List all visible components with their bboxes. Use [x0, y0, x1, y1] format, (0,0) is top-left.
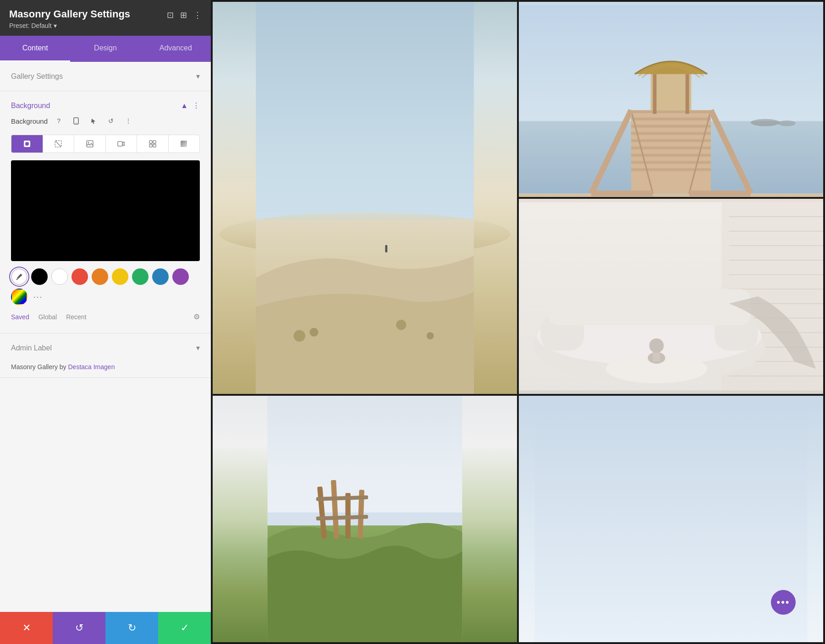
cancel-button[interactable]: ✕ — [0, 612, 53, 644]
svg-rect-22 — [385, 245, 387, 252]
three-dots-icon: ••• — [776, 596, 790, 608]
svg-rect-9 — [149, 141, 152, 143]
color-swatches: ⋯ — [11, 268, 200, 305]
swatch-blue[interactable] — [152, 268, 169, 285]
three-dots-button[interactable]: ••• — [771, 590, 796, 615]
admin-label-section: Admin Label ▾ Masonry Gallery by Destaca… — [0, 333, 211, 378]
svg-point-1 — [76, 123, 77, 124]
canvas: ••• — [211, 0, 825, 644]
svg-rect-31 — [631, 132, 711, 135]
swatch-green[interactable] — [132, 268, 148, 285]
cursor-icon[interactable] — [87, 115, 100, 127]
header-icons: ⊡ ⊞ ⋮ — [167, 10, 202, 20]
background-label: Background — [11, 102, 50, 110]
swatch-rainbow[interactable] — [11, 289, 28, 305]
admin-label-credit: Masonry Gallery by Destaca Imagen — [0, 362, 211, 377]
swatch-purple[interactable] — [172, 268, 189, 285]
admin-label-chevron: ▾ — [196, 344, 200, 352]
admin-label-header[interactable]: Admin Label ▾ — [0, 333, 211, 362]
header-text: Masonry Gallery Settings Preset: Default… — [9, 8, 130, 29]
svg-rect-37 — [651, 71, 692, 110]
bg-type-none[interactable] — [43, 135, 75, 153]
svg-point-14 — [21, 274, 22, 276]
bg-type-color[interactable] — [11, 135, 43, 153]
bg-type-pattern[interactable] — [137, 135, 169, 153]
swatch-yellow[interactable] — [112, 268, 128, 285]
svg-rect-10 — [153, 141, 156, 143]
gallery-settings-header[interactable]: Gallery Settings ▾ — [0, 62, 211, 91]
svg-point-62 — [649, 338, 664, 353]
background-more-icon[interactable]: ⋮ — [192, 101, 200, 110]
svg-line-5 — [55, 141, 61, 147]
tab-content[interactable]: Content — [0, 36, 70, 62]
svg-rect-72 — [535, 396, 808, 642]
gallery-image-desert — [213, 2, 517, 394]
admin-label-title: Admin Label — [11, 344, 52, 352]
svg-rect-28 — [631, 110, 711, 113]
svg-rect-38 — [653, 74, 656, 114]
svg-point-21 — [427, 332, 434, 339]
panel-preset[interactable]: Preset: Default ▾ — [9, 22, 130, 29]
swatch-white[interactable] — [51, 268, 68, 285]
svg-point-20 — [396, 320, 406, 330]
svg-rect-32 — [631, 139, 711, 142]
reset-icon[interactable]: ↺ — [104, 115, 117, 127]
swatch-black[interactable] — [31, 268, 48, 285]
panel-tabs: Content Design Advanced — [0, 36, 211, 62]
swatch-more-icon[interactable]: ⋯ — [31, 289, 44, 304]
background-section: Background ▲ ⋮ Background ? ↺ — [0, 91, 211, 333]
bg-type-gradient[interactable] — [169, 135, 200, 153]
panel-header: Masonry Gallery Settings Preset: Default… — [0, 0, 211, 36]
more-icon[interactable]: ⋮ — [122, 115, 135, 127]
background-chevron: ▲ — [181, 102, 188, 110]
bottom-toolbar: ✕ ↺ ↻ ✓ — [0, 612, 211, 644]
color-tab-recent[interactable]: Recent — [66, 313, 86, 321]
svg-point-25 — [751, 119, 780, 126]
background-controls: Background ? ↺ ⋮ — [0, 115, 211, 333]
more-vertical-icon[interactable]: ⋮ — [193, 10, 202, 20]
background-header-actions: ▲ ⋮ — [181, 101, 200, 110]
svg-point-18 — [294, 330, 305, 342]
expand-icon[interactable]: ⊡ — [167, 10, 174, 20]
svg-rect-6 — [87, 141, 93, 147]
tab-advanced[interactable]: Advanced — [141, 36, 211, 62]
tab-design[interactable]: Design — [70, 36, 140, 62]
svg-rect-11 — [149, 144, 152, 147]
color-preview[interactable] — [11, 160, 200, 261]
undo-button[interactable]: ↺ — [53, 612, 105, 644]
svg-point-7 — [88, 142, 89, 143]
redo-button[interactable]: ↻ — [105, 612, 158, 644]
svg-rect-30 — [631, 125, 711, 127]
swatch-red[interactable] — [72, 268, 88, 285]
gallery-image-fence — [213, 396, 517, 642]
background-header[interactable]: Background ▲ ⋮ — [0, 91, 211, 115]
bg-type-video[interactable] — [106, 135, 138, 153]
eyedropper-swatch[interactable] — [11, 268, 28, 285]
columns-icon[interactable]: ⊞ — [180, 10, 187, 20]
svg-point-3 — [25, 142, 29, 146]
save-button[interactable]: ✓ — [158, 612, 211, 644]
svg-rect-27 — [631, 110, 711, 194]
panel-content: Gallery Settings ▾ Background ▲ ⋮ Backgr… — [0, 62, 211, 644]
gallery-image-sky: ••• — [519, 396, 823, 642]
svg-rect-58 — [548, 289, 751, 325]
panel-title: Masonry Gallery Settings — [9, 8, 130, 20]
gallery-settings-label: Gallery Settings — [11, 72, 63, 81]
color-tab-global[interactable]: Global — [38, 313, 57, 321]
bg-type-image[interactable] — [74, 135, 106, 153]
mobile-icon[interactable] — [70, 115, 82, 127]
gallery-settings-chevron: ▾ — [196, 72, 200, 81]
chevron-down-icon: ▾ — [54, 22, 57, 29]
svg-rect-39 — [686, 74, 689, 114]
bg-field-label: Background — [11, 117, 48, 125]
svg-rect-35 — [631, 161, 711, 164]
svg-point-19 — [310, 328, 319, 337]
color-tab-saved[interactable]: Saved — [11, 313, 29, 321]
background-label-row: Background ? ↺ ⋮ — [11, 115, 200, 127]
help-icon[interactable]: ? — [52, 115, 65, 127]
svg-rect-8 — [118, 142, 122, 146]
color-settings-icon[interactable]: ⚙ — [193, 312, 200, 321]
swatch-orange[interactable] — [92, 268, 108, 285]
credit-link[interactable]: Destaca Imagen — [68, 363, 115, 371]
svg-rect-29 — [631, 118, 711, 120]
